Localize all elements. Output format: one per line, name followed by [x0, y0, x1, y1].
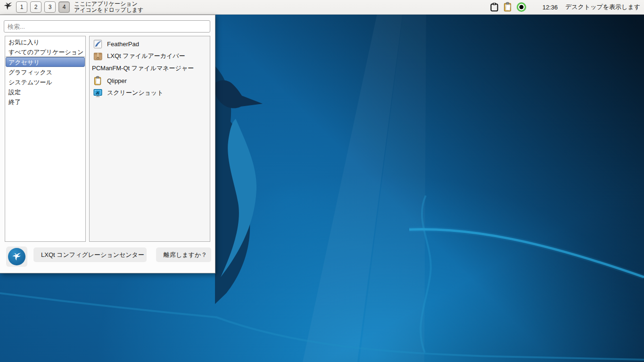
quicklaunch-drop-area[interactable]: ここにアプリケーション アイコンをドロップします: [74, 1, 143, 13]
screenshot-icon: [93, 88, 103, 98]
archiver-icon: [93, 51, 103, 61]
qlipper-tray-icon[interactable]: [503, 2, 513, 12]
app-label: Qlipper: [107, 77, 127, 84]
workspace-button-3[interactable]: 3: [44, 1, 56, 13]
qlipper-icon: [93, 76, 103, 86]
panel-right-cluster: 12:36 デスクトップを表示します: [489, 2, 640, 12]
leave-button[interactable]: 離席しますか？: [156, 247, 211, 262]
menu-footer: LXQt コンフィグレーションセンター 離席しますか？: [0, 247, 215, 267]
lxqt-about-button[interactable]: [6, 247, 27, 267]
featherpad-icon: [93, 39, 103, 49]
workspace-button-2[interactable]: 2: [30, 1, 41, 13]
search-input[interactable]: [4, 20, 210, 33]
main-menu-popup: お気に入り すべてのアプリケーション アクセサリ グラフィックス システムツール…: [0, 15, 215, 273]
category-item-favorites[interactable]: お気に入り: [6, 37, 85, 47]
app-label: スクリーンショット: [107, 89, 163, 97]
application-list: FeatherPad LXQt ファイルアーカイバー PCManFM-Qt ファ…: [89, 36, 210, 242]
clock[interactable]: 12:36: [542, 4, 558, 11]
app-label: LXQt ファイルアーカイバー: [107, 52, 185, 60]
category-item-settings[interactable]: 設定: [6, 87, 85, 97]
app-item-qlipper[interactable]: Qlipper: [90, 74, 210, 87]
workspace-pager: 1 2 3 4: [16, 1, 70, 13]
category-item-all-applications[interactable]: すべてのアプリケーション: [6, 47, 85, 57]
top-panel: 1 2 3 4 ここにアプリケーション アイコンをドロップします: [0, 0, 644, 15]
workspace-button-4[interactable]: 4: [58, 1, 70, 13]
configuration-center-button[interactable]: LXQt コンフィグレーションセンター: [33, 247, 147, 262]
category-item-leave[interactable]: 終了: [6, 97, 85, 107]
app-item-screenshot[interactable]: スクリーンショット: [90, 87, 210, 99]
category-item-system-tools[interactable]: システムツール: [6, 77, 85, 87]
lxqt-logo-icon: [8, 248, 25, 265]
app-item-pcmanfm[interactable]: PCManFM-Qt ファイルマネージャー: [90, 62, 210, 74]
category-list: お気に入り すべてのアプリケーション アクセサリ グラフィックス システムツール…: [5, 36, 86, 242]
clipboard-tray-icon[interactable]: [489, 2, 499, 12]
main-menu-button[interactable]: [2, 1, 15, 14]
app-item-featherpad[interactable]: FeatherPad: [90, 38, 210, 50]
workspace-button-1[interactable]: 1: [16, 1, 27, 13]
drop-hint-line2: アイコンをドロップします: [74, 7, 143, 13]
record-tray-icon[interactable]: [516, 2, 527, 12]
app-item-archiver[interactable]: LXQt ファイルアーカイバー: [90, 50, 210, 62]
app-label: FeatherPad: [107, 41, 139, 48]
category-item-graphics[interactable]: グラフィックス: [6, 67, 85, 77]
hummingbird-icon: [2, 0, 14, 14]
show-desktop-button[interactable]: デスクトップを表示します: [565, 3, 640, 11]
app-label: PCManFM-Qt ファイルマネージャー: [92, 64, 194, 73]
record-dot-icon: [517, 2, 526, 12]
category-item-accessories[interactable]: アクセサリ: [6, 57, 85, 67]
screen: 1 2 3 4 ここにアプリケーション アイコンをドロップします: [0, 0, 644, 362]
system-tray: [489, 2, 527, 12]
